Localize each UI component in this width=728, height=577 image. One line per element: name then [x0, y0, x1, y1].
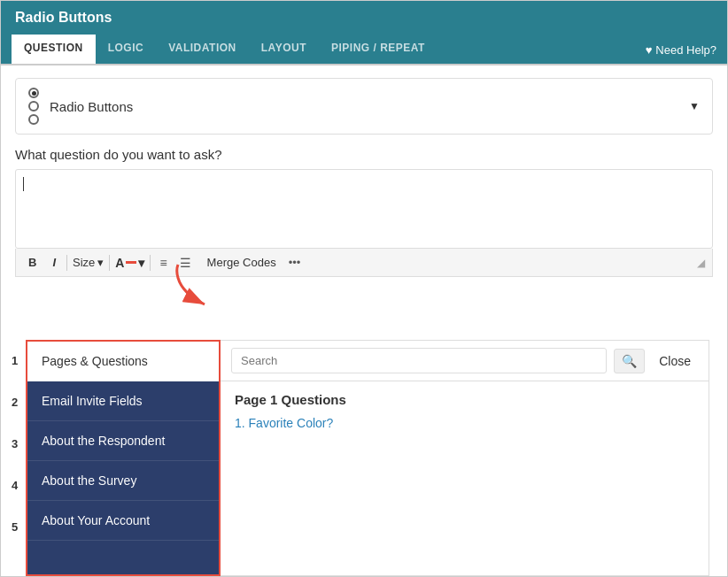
- merge-codes-dropdown: Pages & Questions Email Invite Fields Ab…: [26, 340, 709, 576]
- results-area: Page 1 Questions 1. Favorite Color?: [221, 381, 709, 575]
- num-label-3: 3: [12, 423, 18, 465]
- number-labels: 1 2 3 4 5: [12, 340, 18, 548]
- num-label-4: 4: [12, 465, 18, 506]
- dropdown-arrow-icon[interactable]: ▼: [689, 100, 700, 112]
- category-about-survey[interactable]: About the Survey: [27, 461, 219, 501]
- close-button[interactable]: Close: [652, 350, 698, 373]
- color-chevron-icon: ▾: [138, 256, 144, 270]
- category-about-account[interactable]: About Your Account: [27, 501, 219, 541]
- heart-icon: ♥: [646, 43, 653, 57]
- num-label-5: 5: [12, 506, 18, 548]
- category-email-invite[interactable]: Email Invite Fields: [27, 381, 219, 421]
- color-underline: [126, 261, 136, 264]
- main-window: Radio Buttons QUESTION LOGIC VALIDATION …: [0, 0, 728, 577]
- question-type-label: Radio Buttons: [50, 99, 689, 114]
- search-button[interactable]: 🔍: [614, 349, 645, 373]
- search-icon: 🔍: [622, 354, 637, 368]
- category-about-respondent[interactable]: About the Respondent: [27, 421, 219, 461]
- tab-layout[interactable]: LAYOUT: [249, 35, 319, 64]
- size-chevron-icon: ▾: [97, 256, 104, 269]
- num-label-1: 1: [12, 340, 18, 381]
- title-bar: Radio Buttons: [1, 1, 727, 35]
- editor-toolbar: B I Size ▾ A ▾ ≡ ☰ Merge Codes ••• ◢: [15, 249, 713, 277]
- question-type-row[interactable]: Radio Buttons ▼: [15, 78, 713, 135]
- tab-logic[interactable]: LOGIC: [96, 35, 157, 64]
- italic-button[interactable]: I: [47, 253, 61, 272]
- toolbar-divider-3: [150, 255, 151, 271]
- font-color-button[interactable]: A ▾: [115, 256, 144, 270]
- more-options-button[interactable]: •••: [289, 256, 301, 269]
- size-dropdown[interactable]: Size ▾: [73, 256, 104, 269]
- search-input[interactable]: [231, 348, 607, 373]
- search-row: 🔍 Close: [221, 341, 709, 381]
- merge-results-panel: 🔍 Close Page 1 Questions 1. Favorite Col…: [221, 340, 709, 576]
- toolbar-divider-2: [109, 255, 110, 271]
- merge-codes-button[interactable]: Merge Codes: [200, 253, 283, 272]
- radio-circle-2: [28, 101, 39, 112]
- page-title: Radio Buttons: [15, 10, 112, 25]
- radio-circle-3: [28, 114, 39, 125]
- page-header: Page 1 Questions: [235, 392, 694, 407]
- unordered-list-button[interactable]: ☰: [176, 254, 195, 272]
- bold-button[interactable]: B: [23, 253, 42, 272]
- merge-categories-panel: Pages & Questions Email Invite Fields Ab…: [26, 340, 221, 576]
- toolbar-divider-1: [66, 255, 67, 271]
- question-link-1[interactable]: 1. Favorite Color?: [235, 416, 333, 430]
- num-label-2: 2: [12, 381, 18, 423]
- resize-handle: ◢: [697, 257, 705, 269]
- question-prompt-label: What question do you want to ask?: [15, 147, 713, 162]
- tab-bar: QUESTION LOGIC VALIDATION LAYOUT PIPING …: [1, 35, 727, 65]
- question-text-input[interactable]: [15, 169, 713, 249]
- radio-circle-1: [28, 88, 39, 98]
- tab-validation[interactable]: VALIDATION: [156, 35, 249, 64]
- tab-question[interactable]: QUESTION: [12, 35, 96, 64]
- ordered-list-button[interactable]: ≡: [156, 254, 170, 272]
- main-content: Radio Buttons ▼ What question do you wan…: [1, 65, 727, 576]
- tab-piping-repeat[interactable]: PIPING / REPEAT: [319, 35, 438, 64]
- radio-button-icon: [28, 88, 39, 125]
- category-pages-questions[interactable]: Pages & Questions: [27, 342, 219, 381]
- text-cursor: [23, 177, 24, 191]
- need-help-link[interactable]: ♥ Need Help?: [646, 43, 716, 64]
